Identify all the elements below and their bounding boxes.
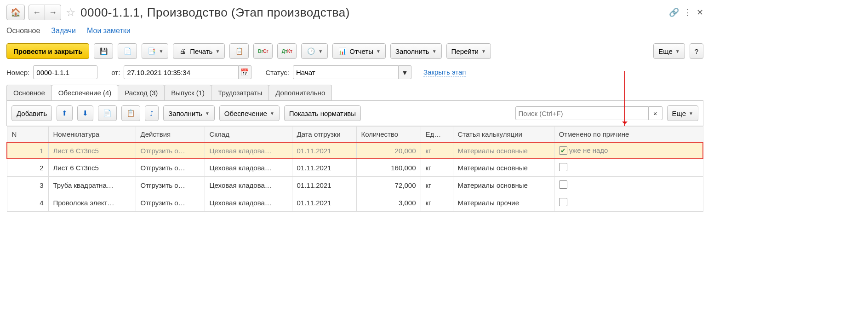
cell-cancel bbox=[554, 177, 703, 194]
table-row[interactable]: 4Проволока элект…Отгрузить о…Цеховая кла… bbox=[7, 194, 703, 212]
arrow-right-icon: → bbox=[49, 8, 57, 17]
post-button[interactable]: 📄 bbox=[118, 43, 137, 59]
cell-qty: 20,000 bbox=[356, 142, 421, 159]
add-row-button[interactable]: Добавить bbox=[11, 105, 52, 121]
fields-row: Номер: от: 📅 Статус: ▼ Закрыть этап bbox=[6, 65, 703, 79]
calendar-button[interactable]: 📅 bbox=[239, 65, 251, 79]
cell-qty: 3,000 bbox=[356, 194, 421, 212]
cancel-reason-text: уже не надо bbox=[569, 146, 608, 154]
history-button[interactable]: 🕑▼ bbox=[301, 43, 328, 59]
share-icon: ⤴ bbox=[150, 110, 154, 117]
table-fill-button[interactable]: Заполнить▼ bbox=[163, 105, 215, 121]
tab-main[interactable]: Основное bbox=[6, 85, 52, 100]
cancel-checkbox[interactable] bbox=[559, 180, 567, 189]
reports-button[interactable]: 📊Отчеты▼ bbox=[332, 43, 386, 59]
section-tab-tasks[interactable]: Задачи bbox=[51, 27, 76, 35]
chevron-down-icon: ▼ bbox=[215, 49, 220, 54]
annotation-arrow bbox=[624, 71, 625, 126]
cell-nomenclature: Лист 6 Ст3пс5 bbox=[48, 142, 136, 159]
move-up-button[interactable]: ⬆ bbox=[57, 105, 73, 121]
table-header-row: N Номенклатура Действия Склад Дата отгру… bbox=[7, 127, 703, 143]
table-row[interactable]: 2Лист 6 Ст3пс5Отгрузить о…Цеховая кладов… bbox=[7, 159, 703, 177]
clear-search-button[interactable]: × bbox=[649, 106, 662, 120]
col-actions[interactable]: Действия bbox=[136, 127, 205, 143]
number-input[interactable] bbox=[33, 65, 97, 79]
cell-calc: Материалы основные bbox=[453, 142, 554, 159]
cell-actions: Отгрузить о… bbox=[136, 177, 205, 194]
tab-supply[interactable]: Обеспечение (4) bbox=[51, 85, 119, 100]
copy-icon: 📄 bbox=[103, 109, 112, 117]
cancel-checkbox[interactable] bbox=[559, 146, 567, 155]
col-n[interactable]: N bbox=[7, 127, 48, 143]
cell-warehouse: Цеховая кладова… bbox=[205, 159, 292, 177]
show-norms-button[interactable]: Показать нормативы bbox=[284, 105, 361, 121]
tab-output[interactable]: Выпуск (1) bbox=[164, 85, 211, 100]
status-dropdown-button[interactable]: ▼ bbox=[399, 65, 411, 79]
cell-warehouse: Цеховая кладова… bbox=[205, 177, 292, 194]
dtkt-button[interactable]: ДтКт bbox=[277, 43, 297, 59]
col-ship-date[interactable]: Дата отгрузки bbox=[292, 127, 356, 143]
col-cancel[interactable]: Отменено по причине bbox=[554, 127, 703, 143]
drcr-button[interactable]: DrCr bbox=[253, 43, 273, 59]
reports-icon: 📊 bbox=[337, 46, 347, 56]
reports-label: Отчеты bbox=[349, 47, 373, 55]
col-warehouse[interactable]: Склад bbox=[205, 127, 292, 143]
print-label: Печать bbox=[190, 47, 212, 55]
home-icon: 🏠 bbox=[11, 7, 21, 17]
detail-tabs: Основное Обеспечение (4) Расход (3) Выпу… bbox=[6, 85, 703, 101]
tab-additional[interactable]: Дополнительно bbox=[268, 85, 332, 100]
cell-actions: Отгрузить о… bbox=[136, 194, 205, 212]
save-button[interactable]: 💾 bbox=[94, 43, 113, 59]
cell-n: 4 bbox=[7, 194, 48, 212]
fill-button[interactable]: Заполнить▼ bbox=[390, 43, 442, 59]
search-input[interactable] bbox=[515, 106, 649, 120]
share-button[interactable]: ⤴ bbox=[145, 105, 159, 121]
goto-button[interactable]: Перейти▼ bbox=[446, 43, 491, 59]
table-more-label: Еще bbox=[672, 110, 686, 117]
close-stage-link[interactable]: Закрыть этап bbox=[423, 68, 466, 76]
col-qty[interactable]: Количество bbox=[356, 127, 421, 143]
col-unit[interactable]: Ед… bbox=[421, 127, 453, 143]
help-button[interactable]: ? bbox=[690, 43, 703, 59]
attachments-button[interactable]: 📋 bbox=[229, 43, 249, 59]
nav-forward-button[interactable]: → bbox=[45, 5, 61, 20]
cell-n: 3 bbox=[7, 177, 48, 194]
cell-qty: 160,000 bbox=[356, 159, 421, 177]
more-button[interactable]: Еще▼ bbox=[653, 43, 685, 59]
tab-consumption[interactable]: Расход (3) bbox=[118, 85, 165, 100]
post-icon: 📄 bbox=[123, 46, 132, 56]
col-nomenclature[interactable]: Номенклатура bbox=[48, 127, 136, 143]
table-toolbar: Добавить ⬆ ⬇ 📄 📋 ⤴ Заполнить▼ Обеспечени… bbox=[6, 101, 703, 126]
kebab-menu-icon[interactable]: ⋮ bbox=[684, 7, 692, 17]
nav-back-button[interactable]: ← bbox=[29, 5, 45, 20]
basis-button[interactable]: 📑▼ bbox=[142, 43, 168, 59]
paste-row-button[interactable]: 📋 bbox=[121, 105, 140, 121]
cell-actions: Отгрузить о… bbox=[136, 142, 205, 159]
tab-labor[interactable]: Трудозатраты bbox=[211, 85, 269, 100]
col-calc[interactable]: Статья калькуляции bbox=[453, 127, 554, 143]
cell-nomenclature: Лист 6 Ст3пс5 bbox=[48, 159, 136, 177]
close-icon[interactable]: ✕ bbox=[697, 7, 703, 17]
cell-n: 2 bbox=[7, 159, 48, 177]
section-tab-notes[interactable]: Мои заметки bbox=[87, 27, 131, 35]
post-and-close-button[interactable]: Провести и закрыть bbox=[6, 43, 89, 59]
favorite-star-icon[interactable]: ☆ bbox=[66, 6, 76, 19]
cancel-checkbox[interactable] bbox=[559, 198, 567, 206]
home-button[interactable]: 🏠 bbox=[6, 5, 25, 20]
table-row[interactable]: 1Лист 6 Ст3пс5Отгрузить о…Цеховая кладов… bbox=[7, 142, 703, 159]
table-row[interactable]: 3Труба квадратна…Отгрузить о…Цеховая кла… bbox=[7, 177, 703, 194]
chevron-down-icon: ▼ bbox=[675, 49, 680, 54]
close-icon: × bbox=[653, 110, 657, 117]
link-icon[interactable]: 🔗 bbox=[669, 7, 679, 17]
status-input[interactable] bbox=[293, 65, 399, 79]
copy-row-button[interactable]: 📄 bbox=[98, 105, 117, 121]
supply-button[interactable]: Обеспечение▼ bbox=[219, 105, 280, 121]
number-label: Номер: bbox=[6, 69, 29, 76]
cancel-checkbox[interactable] bbox=[559, 163, 567, 171]
print-button[interactable]: 🖨Печать▼ bbox=[173, 43, 225, 59]
move-down-button[interactable]: ⬇ bbox=[77, 105, 93, 121]
cell-nomenclature: Проволока элект… bbox=[48, 194, 136, 212]
section-tab-main[interactable]: Основное bbox=[6, 27, 40, 35]
table-more-button[interactable]: Еще▼ bbox=[667, 105, 698, 121]
date-input[interactable] bbox=[124, 65, 239, 79]
